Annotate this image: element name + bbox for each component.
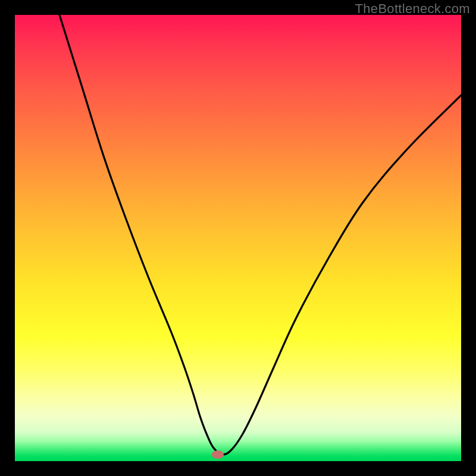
bottleneck-curve bbox=[15, 15, 461, 461]
chart-frame: TheBottleneck.com bbox=[0, 0, 476, 476]
minimum-marker bbox=[212, 450, 224, 459]
watermark-text: TheBottleneck.com bbox=[355, 1, 470, 17]
plot-area bbox=[15, 15, 461, 461]
